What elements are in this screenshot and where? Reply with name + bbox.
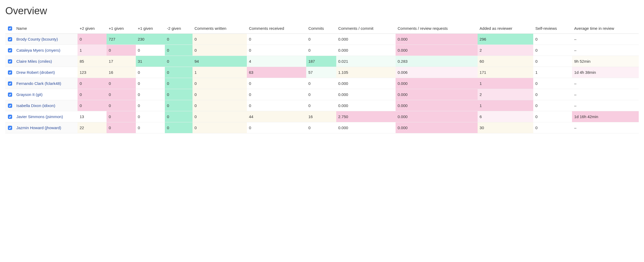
metric-cell: 9h 52min: [572, 56, 639, 67]
person-link[interactable]: Claire Miles (cmiles): [16, 59, 52, 64]
row-checkbox-cell: [5, 78, 14, 89]
row-checkbox[interactable]: [8, 70, 12, 75]
metric-cell: 0.000: [396, 34, 478, 45]
metric-cell: 4: [247, 56, 306, 67]
metric-cell: –: [572, 100, 639, 111]
row-checkbox[interactable]: [8, 126, 12, 130]
row-checkbox-cell: [5, 122, 14, 133]
col-plus2-given[interactable]: +2 given: [78, 24, 107, 34]
row-checkbox-cell: [5, 111, 14, 122]
check-icon: [9, 115, 11, 118]
row-checkbox[interactable]: [8, 115, 12, 119]
row-checkbox[interactable]: [8, 93, 12, 97]
metric-cell: 0: [193, 89, 247, 100]
metric-cell: 0: [78, 100, 107, 111]
col-avg-time-in-review[interactable]: Average time in review: [572, 24, 639, 34]
metric-cell: –: [572, 89, 639, 100]
col-plus1-given-a[interactable]: +1 given: [107, 24, 136, 34]
metric-cell: 0: [136, 67, 165, 78]
metric-cell: 0: [165, 100, 193, 111]
metric-cell: 16: [306, 111, 336, 122]
row-checkbox-cell: [5, 100, 14, 111]
check-icon: [9, 104, 11, 107]
col-minus2-given[interactable]: -2 given: [165, 24, 193, 34]
metric-cell: 0: [533, 122, 572, 133]
check-icon: [9, 93, 11, 96]
name-cell: Drew Robert (drobert): [14, 67, 78, 78]
col-added-as-reviewer[interactable]: Added as reviewer: [478, 24, 533, 34]
check-icon: [9, 60, 11, 63]
metric-cell: 94: [193, 56, 247, 67]
metric-cell: 1d 16h 42min: [572, 111, 639, 122]
col-plus1-given-b[interactable]: +1 given: [136, 24, 165, 34]
metric-cell: 0: [193, 100, 247, 111]
row-checkbox[interactable]: [8, 59, 12, 64]
metric-cell: –: [572, 122, 639, 133]
metric-cell: 0.000: [396, 122, 478, 133]
metric-cell: 0: [136, 78, 165, 89]
metric-cell: 0: [136, 111, 165, 122]
person-link[interactable]: Fernando Clark (fclark48): [16, 81, 61, 86]
row-checkbox[interactable]: [8, 48, 12, 52]
person-link[interactable]: Isabella Dixon (idixon): [16, 103, 55, 108]
metric-cell: 0: [533, 100, 572, 111]
metric-cell: 0.000: [396, 78, 478, 89]
check-icon: [9, 27, 11, 30]
header-row: Name +2 given +1 given +1 given -2 given…: [5, 24, 639, 34]
metric-cell: 0.021: [336, 56, 396, 67]
metric-cell: 0: [247, 78, 306, 89]
col-comments-per-review-requests[interactable]: Comments / review requests: [396, 24, 478, 34]
metric-cell: 44: [247, 111, 306, 122]
person-link[interactable]: Brody County (bcounty): [16, 37, 58, 41]
person-link[interactable]: Jazmin Howard (jhoward): [16, 125, 61, 130]
metric-cell: 63: [247, 67, 306, 78]
col-comments-written[interactable]: Comments written: [193, 24, 247, 34]
person-link[interactable]: Drew Robert (drobert): [16, 70, 55, 75]
metric-cell: 0: [78, 78, 107, 89]
metric-cell: 171: [478, 67, 533, 78]
name-cell: Grayson It (git): [14, 89, 78, 100]
person-link[interactable]: Cataleya Myers (cmyers): [16, 48, 60, 52]
metric-cell: 0: [533, 45, 572, 56]
metric-cell: 0: [533, 56, 572, 67]
metric-cell: 296: [478, 34, 533, 45]
row-checkbox[interactable]: [8, 37, 12, 41]
col-name[interactable]: Name: [14, 24, 78, 34]
metric-cell: 0: [136, 45, 165, 56]
metric-cell: 0.000: [336, 122, 396, 133]
metric-cell: 1d 4h 38min: [572, 67, 639, 78]
metric-cell: 0: [247, 100, 306, 111]
metric-cell: 0.000: [336, 45, 396, 56]
metric-cell: 0: [165, 56, 193, 67]
metric-cell: 0: [247, 34, 306, 45]
metric-cell: 0: [107, 89, 136, 100]
row-checkbox-cell: [5, 56, 14, 67]
person-link[interactable]: Javier Simmons (jsimmon): [16, 114, 63, 119]
name-cell: Fernando Clark (fclark48): [14, 78, 78, 89]
row-checkbox[interactable]: [8, 81, 12, 86]
col-comments-received[interactable]: Comments received: [247, 24, 306, 34]
metric-cell: –: [572, 34, 639, 45]
row-checkbox-cell: [5, 34, 14, 45]
table-row: Javier Simmons (jsimmon)13000044162.7500…: [5, 111, 639, 122]
row-checkbox[interactable]: [8, 104, 12, 108]
metric-cell: 17: [107, 56, 136, 67]
metric-cell: 0: [165, 45, 193, 56]
metric-cell: 0: [533, 89, 572, 100]
metric-cell: 60: [478, 56, 533, 67]
metric-cell: 0: [306, 78, 336, 89]
metric-cell: 0: [533, 111, 572, 122]
check-icon: [9, 49, 11, 52]
person-link[interactable]: Grayson It (git): [16, 92, 42, 97]
col-commits[interactable]: Commits: [306, 24, 336, 34]
metric-cell: –: [572, 78, 639, 89]
metric-cell: –: [572, 45, 639, 56]
col-comments-per-commit[interactable]: Comments / commit: [336, 24, 396, 34]
metric-cell: 1: [193, 67, 247, 78]
table-row: Isabella Dixon (idixon)00000000.0000.000…: [5, 100, 639, 111]
table-row: Drew Robert (drobert)1231600163571.1050.…: [5, 67, 639, 78]
metric-cell: 187: [306, 56, 336, 67]
metric-cell: 0.000: [396, 111, 478, 122]
col-self-reviews[interactable]: Self-reviews: [533, 24, 572, 34]
select-all-checkbox[interactable]: [8, 26, 12, 31]
